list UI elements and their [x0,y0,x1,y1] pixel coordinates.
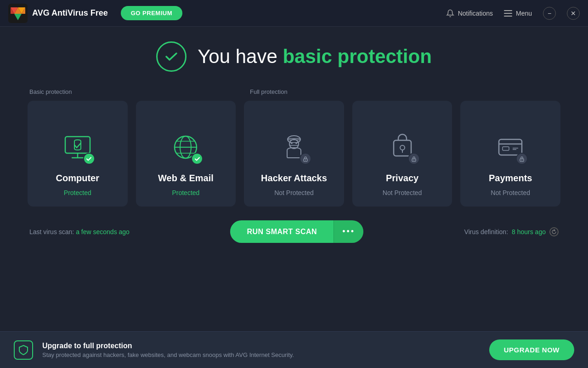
upgrade-subtitle: Stay protected against hackers, fake web… [42,351,480,358]
web-email-card-status: Protected [172,189,199,196]
refresh-virus-def-button[interactable] [549,227,559,236]
section-labels: Basic protection Full protection [28,88,560,95]
cards-row: Computer Protected Web & Email [28,101,560,207]
bottom-bar: Last virus scan: a few seconds ago RUN S… [28,220,560,243]
logo-area: AVG AntiVirus Free GO PREMIUM [8,4,446,23]
payments-lock-badge [516,153,528,165]
basic-protection-label: Basic protection [29,88,250,95]
web-email-card-title: Web & Email [158,173,214,184]
svg-point-23 [295,142,297,144]
go-premium-button[interactable]: GO PREMIUM [121,6,182,20]
close-button[interactable]: ✕ [567,7,580,20]
hacker-attacks-card-status: Not Protected [274,189,314,196]
minimize-button[interactable]: − [543,7,556,20]
hacker-attacks-card-icon [276,129,312,166]
app-title: AVG AntiVirus Free [32,8,108,18]
svg-rect-10 [65,137,90,153]
bell-icon [446,9,454,17]
privacy-card-title: Privacy [386,173,418,184]
hacker-attacks-lock-badge [300,153,311,165]
svg-rect-8 [504,13,512,14]
svg-point-25 [305,160,306,161]
upgrade-shield-icon [14,340,33,360]
payments-card-status: Not Protected [491,189,530,196]
titlebar: AVG AntiVirus Free GO PREMIUM Notificati… [0,0,588,27]
svg-point-30 [413,160,414,161]
svg-rect-26 [394,140,411,156]
computer-card[interactable]: Computer Protected [28,101,128,207]
hero-check-icon [156,41,187,72]
hacker-attacks-card-title: Hacker Attacks [261,173,327,184]
svg-rect-21 [289,143,299,145]
payments-card[interactable]: Payments Not Protected [460,101,560,207]
upgrade-text: Upgrade to full protection Stay protecte… [42,342,480,358]
privacy-card[interactable]: Privacy Not Protected [352,101,452,207]
web-email-card-icon [167,129,204,166]
virus-def-time: 8 hours ago [512,228,546,236]
computer-protected-badge [83,153,95,165]
upgrade-now-button[interactable]: UPGRADE NOW [489,339,574,360]
notifications-label: Notifications [458,10,493,17]
svg-rect-9 [504,16,512,17]
avg-logo-icon [8,4,28,23]
scan-button-group: RUN SMART SCAN ••• [230,220,363,243]
upgrade-title: Upgrade to full protection [42,342,480,350]
privacy-lock-badge [408,153,420,165]
payments-card-icon [492,129,529,166]
svg-rect-33 [503,147,509,150]
hero-section: You have basic protection [28,41,560,72]
privacy-card-icon [384,129,421,166]
hero-text: You have basic protection [198,46,432,68]
virus-definition-info: Virus definition: 8 hours ago [464,227,559,236]
last-scan-info: Last virus scan: a few seconds ago [29,228,130,236]
full-protection-label: Full protection [250,88,559,95]
notifications-button[interactable]: Notifications [446,9,493,17]
menu-label: Menu [516,10,532,17]
computer-card-icon [59,129,96,166]
svg-point-27 [400,145,405,150]
menu-icon [504,10,512,17]
hacker-attacks-card[interactable]: Hacker Attacks Not Protected [244,101,344,207]
svg-rect-7 [504,10,512,11]
svg-point-22 [291,142,293,144]
privacy-card-status: Not Protected [383,189,422,196]
menu-button[interactable]: Menu [504,10,532,17]
titlebar-right: Notifications Menu − ✕ [446,7,580,20]
scan-more-button[interactable]: ••• [334,220,363,243]
computer-card-status: Protected [64,189,91,196]
computer-card-title: Computer [56,173,99,184]
last-scan-time: a few seconds ago [76,228,130,236]
run-smart-scan-button[interactable]: RUN SMART SCAN [230,220,334,243]
web-email-card[interactable]: Web & Email Protected [136,101,236,207]
svg-point-37 [521,160,522,161]
upgrade-banner: Upgrade to full protection Stay protecte… [0,331,588,368]
main-content: You have basic protection Basic protecti… [0,27,588,252]
payments-card-title: Payments [489,173,532,184]
